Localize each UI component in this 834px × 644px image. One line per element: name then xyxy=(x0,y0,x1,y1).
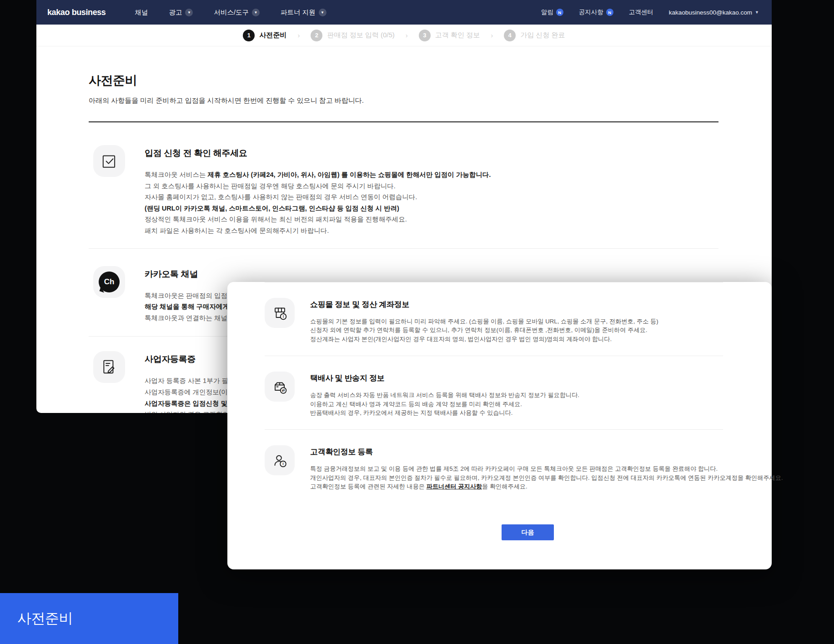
signup-stepper: 1사전준비›2판매점 정보 입력 (0/5)›3고객 확인 정보›4가입 신청 … xyxy=(36,25,772,46)
section-title: 고객확인정보 등록 xyxy=(310,447,783,457)
section-title: 카카오톡 채널 xyxy=(145,268,242,280)
utility-item[interactable]: 알림N xyxy=(541,8,563,16)
global-header: kakao business 채널광고▼서비스/도구▼파트너 지원▼ 알림N공지… xyxy=(36,0,772,25)
step-label: 가입 신청 완료 xyxy=(520,31,565,40)
nav-item[interactable]: 채널 xyxy=(135,8,148,17)
section-row: 입점 신청 전 확인 해주세요톡체크아웃 서비스는 제휴 호스팅사 (카페24,… xyxy=(89,122,718,249)
step-separator-icon: › xyxy=(297,31,300,39)
step-label: 고객 확인 정보 xyxy=(435,31,480,40)
footer-caption-label: 사전준비 xyxy=(0,593,178,644)
section-text: 택배사 및 반송지 정보송장 출력 서비스와 자동 반품 네트워크 서비스 등록… xyxy=(310,372,579,417)
step-number: 2 xyxy=(311,30,322,41)
section-body-line: 자사몰 홈페이지가 없고, 호스팅사를 사용하지 않는 판매점의 경우 서비스 … xyxy=(145,191,491,203)
section-body-line: 그 외 호스팅사를 사용하시는 판매점일 경우엔 해당 호스팅사에 문의 주시기… xyxy=(145,181,491,192)
section-body-line: 신청자 외에 연락할 추가 연락처를 등록할 수 있으니, 추가 연락처 정보(… xyxy=(310,326,658,334)
step-label: 판매점 정보 입력 (0/5) xyxy=(327,31,394,40)
new-badge: N xyxy=(556,9,563,16)
doc-pencil-icon xyxy=(93,351,125,383)
section-body-line: 이용하고 계신 택배사 명과 계약코드 등의 배송 계약 정보를 미리 확인해 … xyxy=(310,400,579,408)
next-button[interactable]: 다음 xyxy=(502,524,554,540)
step-number: 1 xyxy=(243,30,255,41)
step-number: 4 xyxy=(504,30,516,41)
chevron-down-icon: ▼ xyxy=(252,9,260,16)
section-body-line: 사업자등록증에 개인정보(이메 xyxy=(145,387,236,398)
section-title: 사업자등록증 xyxy=(145,353,236,365)
utility-item[interactable]: kakaobusiness00@kakao.com▼ xyxy=(669,9,759,16)
section-body-line: 톡체크아웃 서비스는 제휴 호스팅사 (카페24, 가비아, 위사, 아임웹) … xyxy=(145,169,491,181)
detail-section-list: !쇼핑몰 정보 및 정산 계좌정보쇼핑몰의 기본 정보를 입력이 필요하니 미리… xyxy=(265,282,723,503)
stepper-step[interactable]: 2판매점 정보 입력 (0/5) xyxy=(311,30,394,41)
svg-text:⇄: ⇄ xyxy=(282,389,285,393)
chevron-down-icon: ▼ xyxy=(755,10,759,15)
utility-item[interactable]: 고객센터 xyxy=(629,8,653,16)
section-row: ⇄택배사 및 반송지 정보송장 출력 서비스와 자동 반품 네트워크 서비스 등… xyxy=(265,356,723,429)
section-text: 쇼핑몰 정보 및 정산 계좌정보쇼핑몰의 기본 정보를 입력이 필요하니 미리 … xyxy=(310,298,658,343)
kakao-channel-icon: Ch xyxy=(93,266,125,298)
step-separator-icon: › xyxy=(491,31,493,39)
section-text: 고객확인정보 등록특정 금융거래정보의 보고 및 이용 등에 관한 법률 제5조… xyxy=(310,445,783,491)
nav-item-label: 광고 xyxy=(169,8,182,17)
customer-verify-icon: ! xyxy=(265,445,295,475)
delivery-box-icon: ⇄ xyxy=(265,372,295,402)
nav-item-label: 파트너 지원 xyxy=(281,8,316,17)
svg-text:!: ! xyxy=(283,314,284,319)
section-body-line: 고객확인정보 등록에 관련된 자세한 내용은 파트너센터 공지사항을 확인해주세… xyxy=(310,482,783,491)
detail-overlay-panel: !쇼핑몰 정보 및 정산 계좌정보쇼핑몰의 기본 정보를 입력이 필요하니 미리… xyxy=(227,282,772,569)
section-text: 사업자등록증사업자 등록증 사본 1부가 필요사업자등록증에 개인정보(이메사업… xyxy=(145,351,236,413)
stepper-step[interactable]: 3고객 확인 정보 xyxy=(419,30,480,41)
step-number: 3 xyxy=(419,30,431,41)
section-body-line: 법인 사업자의 경우 고객확인정 xyxy=(145,409,236,413)
shop-info-icon: ! xyxy=(265,298,295,328)
section-body-line: 개인사업자의 경우, 대표자의 본인인증 절차가 필수로 필요하며, 카카오계정… xyxy=(310,473,783,482)
section-row: !쇼핑몰 정보 및 정산 계좌정보쇼핑몰의 기본 정보를 입력이 필요하니 미리… xyxy=(265,282,723,356)
header-utility-nav: 알림N공지사항N고객센터kakaobusiness00@kakao.com▼ xyxy=(541,8,759,16)
utility-item-label: 고객센터 xyxy=(629,8,653,16)
step-label: 사전준비 xyxy=(259,31,286,40)
nav-item-label: 서비스/도구 xyxy=(214,8,249,17)
stepper-step[interactable]: 4가입 신청 완료 xyxy=(504,30,565,41)
utility-item[interactable]: 공지사항N xyxy=(579,8,613,16)
section-body-line: 쇼핑몰의 기본 정보를 입력이 필요하니 미리 파악해 주세요. (쇼핑몰 이름… xyxy=(310,317,658,326)
footer-caption-text: 사전준비 xyxy=(17,609,73,628)
new-badge: N xyxy=(606,9,613,16)
note-check-icon xyxy=(93,145,125,177)
step-separator-icon: › xyxy=(406,31,408,39)
partner-center-notice-link[interactable]: 파트너센터 공지사항 xyxy=(427,483,482,490)
section-body-line: 정산계좌는 사업자 본인(개인사업자인 경우 대표자의 명의, 법인사업자인 경… xyxy=(310,335,658,343)
section-body-line: 사업자등록증은 입점신청 및 고 xyxy=(145,398,236,409)
section-row: !고객확인정보 등록특정 금융거래정보의 보고 및 이용 등에 관한 법률 제5… xyxy=(265,429,723,503)
utility-item-label: kakaobusiness00@kakao.com xyxy=(669,9,752,16)
page-subtitle: 아래의 사항들을 미리 준비하고 입점을 시작하시면 한번에 진행할 수 있으니… xyxy=(89,96,772,105)
page-title: 사전준비 xyxy=(89,72,772,89)
section-body-line: (랜딩 URL이 카카오톡 채널, 스마트스토어, 인스타그램, 인스타샵 등 … xyxy=(145,203,491,214)
stepper-step[interactable]: 1사전준비 xyxy=(243,30,286,41)
section-body-line: 정상적인 톡체크아웃 서비스 이용을 위해서는 최신 버전의 패치파일 적용을 … xyxy=(145,214,491,225)
kakao-business-logo[interactable]: kakao business xyxy=(47,8,106,17)
nav-item[interactable]: 광고▼ xyxy=(169,8,193,17)
header-nav: 채널광고▼서비스/도구▼파트너 지원▼ xyxy=(135,8,326,17)
section-text: 입점 신청 전 확인 해주세요톡체크아웃 서비스는 제휴 호스팅사 (카페24,… xyxy=(145,145,491,236)
section-body-line: 패치 파일은 사용하시는 각 호스팅사에 문의해주시기 바랍니다. xyxy=(145,225,491,236)
nav-item[interactable]: 서비스/도구▼ xyxy=(214,8,260,17)
nav-item-label: 채널 xyxy=(135,8,148,17)
section-title: 쇼핑몰 정보 및 정산 계좌정보 xyxy=(310,299,658,310)
section-body-line: 사업자 등록증 사본 1부가 필요 xyxy=(145,375,236,387)
section-title: 입점 신청 전 확인 해주세요 xyxy=(145,147,491,159)
nav-item[interactable]: 파트너 지원▼ xyxy=(281,8,327,17)
svg-text:!: ! xyxy=(282,462,284,467)
section-title: 택배사 및 반송지 정보 xyxy=(310,373,579,383)
utility-item-label: 알림 xyxy=(541,8,553,16)
section-body-line: 반품택배사의 경우, 카카오에서 제공하는 지정 택배사를 사용할 수 있습니다… xyxy=(310,408,579,417)
chevron-down-icon: ▼ xyxy=(319,9,327,16)
section-body-line: 송장 출력 서비스와 자동 반품 네트워크 서비스 등록을 위해 택배사 정보와… xyxy=(310,391,579,399)
utility-item-label: 공지사항 xyxy=(579,8,603,16)
chevron-down-icon: ▼ xyxy=(185,9,193,16)
section-body-line: 특정 금융거래정보의 보고 및 이용 등에 관한 법률 제5조 2에 따라 카카… xyxy=(310,464,783,473)
